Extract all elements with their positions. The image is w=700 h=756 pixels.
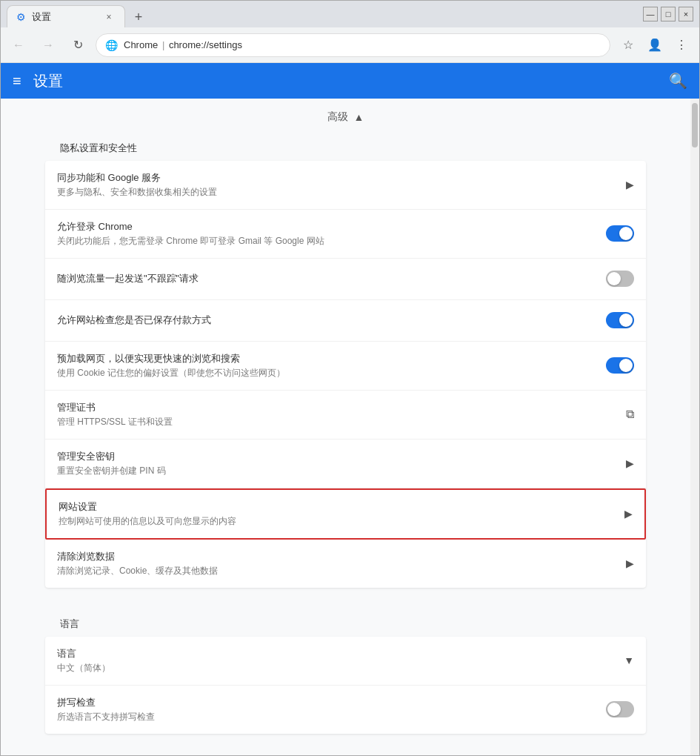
language-section-label: 语言 <box>1 606 690 637</box>
toggle-thumb <box>607 272 621 285</box>
language-title: 语言 <box>57 647 612 660</box>
language-settings-card: 语言 中文（简体） ▼ 拼写检查 所选语言不支持拼写检查 <box>45 637 646 734</box>
sync-chevron: ▶ <box>626 179 634 190</box>
spellcheck-title: 拼写检查 <box>57 696 594 709</box>
clear-data-subtitle: 清除浏览记录、Cookie、缓存及其他数据 <box>57 565 614 577</box>
advanced-label: 高级 <box>327 110 348 124</box>
site-settings-row[interactable]: 网站设置 控制网站可使用的信息以及可向您显示的内容 ▶ <box>45 488 646 540</box>
security-key-text: 管理安全密钥 重置安全密钥并创建 PIN 码 <box>57 450 614 477</box>
chevron-right-icon: ▶ <box>626 557 634 569</box>
chevron-right-icon: ▶ <box>626 179 634 190</box>
spellcheck-text: 拼写检查 所选语言不支持拼写检查 <box>57 696 594 723</box>
back-button[interactable]: ← <box>7 33 30 57</box>
preload-text: 预加载网页，以便实现更快速的浏览和搜索 使用 Cookie 记住您的偏好设置（即… <box>57 352 594 379</box>
dnt-title: 随浏览流量一起发送"不跟踪"请求 <box>57 272 594 285</box>
toggle-thumb <box>607 703 621 716</box>
preload-toggle[interactable] <box>606 357 634 374</box>
allow-login-toggle-switch[interactable] <box>606 225 634 242</box>
tab-area: ⚙ 设置 × + <box>7 1 643 27</box>
spellcheck-toggle[interactable] <box>606 701 634 717</box>
preload-title: 预加载网页，以便实现更快速的浏览和搜索 <box>57 352 594 365</box>
address-url: chrome://settings <box>169 39 242 50</box>
sync-subtitle: 更多与隐私、安全和数据收集相关的设置 <box>57 186 614 199</box>
reload-button[interactable]: ↻ <box>66 33 90 57</box>
external-link-icon: ⧉ <box>626 408 634 420</box>
dnt-toggle[interactable] <box>606 271 634 287</box>
security-key-subtitle: 重置安全密钥并创建 PIN 码 <box>57 465 614 477</box>
dnt-toggle-switch[interactable] <box>606 271 634 287</box>
language-text: 语言 中文（简体） <box>57 647 612 674</box>
language-section: 语言 语言 中文（简体） ▼ <box>1 606 690 734</box>
allow-login-title: 允许登录 Chrome <box>57 220 594 233</box>
dnt-text: 随浏览流量一起发送"不跟踪"请求 <box>57 272 594 285</box>
clear-data-title: 清除浏览数据 <box>57 550 614 563</box>
site-settings-chevron: ▶ <box>624 508 633 520</box>
allow-login-toggle[interactable] <box>606 225 634 242</box>
payment-check-toggle-switch[interactable] <box>606 312 634 328</box>
settings-header-bar: ≡ 设置 🔍 <box>1 63 699 99</box>
hamburger-menu-icon[interactable]: ≡ <box>13 73 21 90</box>
spellcheck-toggle-switch[interactable] <box>606 701 634 717</box>
certificates-subtitle: 管理 HTTPS/SSL 证书和设置 <box>57 416 614 428</box>
language-subtitle: 中文（简体） <box>57 662 612 674</box>
dnt-row[interactable]: 随浏览流量一起发送"不跟踪"请求 <box>45 259 646 300</box>
window-controls: — □ × <box>643 7 693 21</box>
site-settings-title: 网站设置 <box>59 500 613 514</box>
site-settings-text: 网站设置 控制网站可使用的信息以及可向您显示的内容 <box>59 500 613 528</box>
preload-subtitle: 使用 Cookie 记住您的偏好设置（即使您不访问这些网页） <box>57 367 594 379</box>
spellcheck-subtitle: 所选语言不支持拼写检查 <box>57 711 594 723</box>
security-key-chevron: ▶ <box>626 457 634 469</box>
settings-page-title: 设置 <box>33 71 63 91</box>
allow-login-text: 允许登录 Chrome 关闭此功能后，您无需登录 Chrome 即可登录 Gma… <box>57 220 594 248</box>
tab-title: 设置 <box>32 10 96 24</box>
scroll-thumb[interactable] <box>692 103 698 147</box>
title-bar: ⚙ 设置 × + — □ × <box>1 1 699 27</box>
allow-login-row[interactable]: 允许登录 Chrome 关闭此功能后，您无需登录 Chrome 即可登录 Gma… <box>45 210 646 259</box>
spellcheck-row[interactable]: 拼写检查 所选语言不支持拼写检查 <box>45 686 646 734</box>
profile-button[interactable]: 👤 <box>643 33 667 57</box>
chevron-right-icon: ▶ <box>624 508 633 520</box>
menu-button[interactable]: ⋮ <box>670 33 693 57</box>
certificates-text: 管理证书 管理 HTTPS/SSL 证书和设置 <box>57 401 614 428</box>
new-tab-button[interactable]: + <box>128 7 149 27</box>
content-area: 高级 ▲ 隐私设置和安全性 同步功能和 Google 服务 更多与隐私、安全和数… <box>1 99 699 755</box>
active-tab[interactable]: ⚙ 设置 × <box>7 5 125 27</box>
site-name: Chrome <box>124 39 158 50</box>
clear-data-chevron: ▶ <box>626 557 634 569</box>
preload-row[interactable]: 预加载网页，以便实现更快速的浏览和搜索 使用 Cookie 记住您的偏好设置（即… <box>45 342 646 391</box>
privacy-settings-card: 同步功能和 Google 服务 更多与隐私、安全和数据收集相关的设置 ▶ 允许登… <box>45 161 646 588</box>
main-content: 高级 ▲ 隐私设置和安全性 同步功能和 Google 服务 更多与隐私、安全和数… <box>1 99 690 755</box>
maximize-button[interactable]: □ <box>661 7 676 21</box>
address-separator: | <box>162 39 164 50</box>
chevron-right-icon: ▶ <box>626 457 634 469</box>
toggle-thumb <box>619 359 633 372</box>
security-key-title: 管理安全密钥 <box>57 450 614 463</box>
sync-title: 同步功能和 Google 服务 <box>57 171 614 185</box>
forward-button[interactable]: → <box>36 33 60 57</box>
close-window-button[interactable]: × <box>679 7 693 21</box>
language-row[interactable]: 语言 中文（简体） ▼ <box>45 637 646 686</box>
minimize-button[interactable]: — <box>643 7 658 21</box>
clear-data-row[interactable]: 清除浏览数据 清除浏览记录、Cookie、缓存及其他数据 ▶ <box>45 540 646 588</box>
scrollbar[interactable] <box>690 99 699 755</box>
site-icon: 🌐 <box>105 39 118 51</box>
certificates-title: 管理证书 <box>57 401 614 414</box>
sync-row-text: 同步功能和 Google 服务 更多与隐私、安全和数据收集相关的设置 <box>57 171 614 199</box>
payment-check-row[interactable]: 允许网站检查您是否已保存付款方式 <box>45 300 646 342</box>
settings-search-icon[interactable]: 🔍 <box>669 72 687 90</box>
allow-login-subtitle: 关闭此功能后，您无需登录 Chrome 即可登录 Gmail 等 Google … <box>57 235 594 248</box>
advanced-arrow-icon: ▲ <box>354 111 364 123</box>
preload-toggle-switch[interactable] <box>606 357 634 374</box>
security-key-row[interactable]: 管理安全密钥 重置安全密钥并创建 PIN 码 ▶ <box>45 440 646 488</box>
certificates-external: ⧉ <box>626 408 634 421</box>
tab-close-button[interactable]: × <box>102 10 116 24</box>
payment-check-text: 允许网站检查您是否已保存付款方式 <box>57 314 594 327</box>
window-frame: ⚙ 设置 × + — □ × ← → ↻ 🌐 Chrome | chrome:/… <box>0 0 700 756</box>
bookmark-button[interactable]: ☆ <box>616 33 640 57</box>
payment-check-toggle[interactable] <box>606 312 634 328</box>
sync-settings-row[interactable]: 同步功能和 Google 服务 更多与隐私、安全和数据收集相关的设置 ▶ <box>45 161 646 210</box>
toggle-thumb <box>619 227 633 240</box>
certificates-row[interactable]: 管理证书 管理 HTTPS/SSL 证书和设置 ⧉ <box>45 391 646 440</box>
address-bar[interactable]: 🌐 Chrome | chrome://settings <box>96 33 610 57</box>
advanced-section-toggle[interactable]: 高级 ▲ <box>1 99 690 130</box>
